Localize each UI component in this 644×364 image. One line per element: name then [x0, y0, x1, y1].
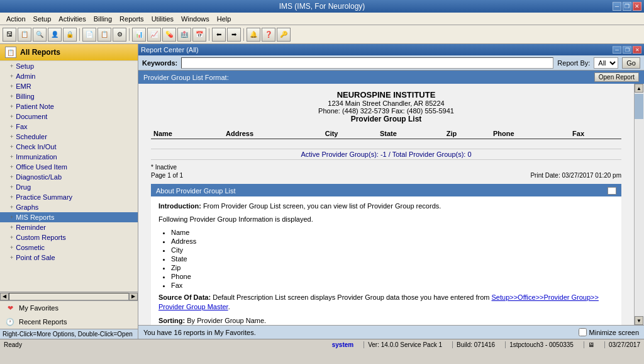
org-address: 1234 Main Street Chandler, AR 85224: [151, 100, 621, 107]
expand-icon-check-in-out: +: [10, 144, 13, 150]
toolbar-btn-12[interactable]: 🏥: [177, 28, 191, 42]
minimize-screen-control[interactable]: Minimize screen: [579, 328, 639, 336]
status-server: 1stpctouch3 - 0050335: [505, 341, 574, 348]
inner-minimize-btn[interactable]: ─: [613, 46, 621, 54]
h-scroll-track[interactable]: [9, 293, 129, 300]
col-city: City: [323, 128, 377, 139]
toolbar-btn-9[interactable]: 📊: [132, 28, 146, 42]
tree-item-diagnostic-lab[interactable]: + Diagnostic/Lab: [0, 172, 138, 182]
tree-item-billing[interactable]: + Billing: [0, 91, 138, 101]
expand-icon-practice-summary: +: [10, 194, 13, 200]
h-scroll[interactable]: ◀ ▶: [0, 292, 138, 300]
report-by-select[interactable]: All: [594, 57, 618, 69]
sorting-text: By Provider Group Name.: [187, 317, 266, 324]
scroll-thumb[interactable]: [635, 94, 643, 119]
menu-utilities[interactable]: Utilities: [148, 14, 177, 23]
menu-billing[interactable]: Billing: [90, 14, 116, 23]
scroll-down-btn[interactable]: ▼: [635, 316, 643, 325]
status-icon: 🖥: [584, 341, 594, 348]
menu-action[interactable]: Action: [3, 14, 30, 23]
toolbar-btn-3[interactable]: 🔍: [33, 28, 47, 42]
tree-item-office-used-item[interactable]: + Office Used Item: [0, 162, 138, 172]
list-title: Provider Group List: [151, 115, 621, 123]
close-btn[interactable]: ✕: [633, 2, 641, 11]
tree-label-diagnostic-lab: Diagnostic/Lab: [16, 173, 62, 181]
tree-item-immunization[interactable]: + Immunization: [0, 152, 138, 162]
tree-item-setup[interactable]: + Setup: [0, 61, 138, 71]
tree-item-scheduler[interactable]: + Scheduler: [0, 132, 138, 142]
page-info: Page 1 of 1 Print Date: 03/27/2017 01:20…: [151, 172, 621, 179]
tree-item-practice-summary[interactable]: + Practice Summary: [0, 192, 138, 202]
toolbar-btn-10[interactable]: 📈: [147, 28, 161, 42]
recent-reports-section[interactable]: 🕐 Recent Reports: [0, 315, 138, 329]
status-right: system Ver: 14.0.0 Service Pack 1 Build:…: [332, 341, 640, 348]
tree-item-drug[interactable]: + Drug: [0, 182, 138, 192]
toolbar-btn-15[interactable]: ➡: [227, 28, 241, 42]
expand-icon-graphs: +: [10, 204, 13, 210]
menu-activities[interactable]: Activities: [55, 14, 89, 23]
toolbar-btn-1[interactable]: 🖫: [3, 28, 16, 42]
sorting-bold: Sorting:: [158, 317, 185, 324]
menu-setup[interactable]: Setup: [30, 14, 55, 23]
tree-item-fax[interactable]: + Fax: [0, 122, 138, 132]
field-state: State: [171, 255, 614, 263]
tree-item-mis-reports[interactable]: + MIS Reports: [0, 212, 138, 222]
tree-item-graphs[interactable]: + Graphs: [0, 202, 138, 212]
about-collapse-btn[interactable]: ▲: [608, 187, 616, 195]
my-favorites-section[interactable]: ❤ My Favorites: [0, 301, 138, 315]
active-summary: Active Provider Group(s): -1 / Total Pro…: [151, 149, 621, 160]
toolbar-btn-11[interactable]: 💊: [162, 28, 176, 42]
restore-btn[interactable]: ❐: [623, 2, 631, 11]
scroll-left-btn[interactable]: ◀: [0, 293, 9, 300]
expand-icon-drug: +: [10, 184, 13, 190]
menu-help[interactable]: Help: [213, 14, 235, 23]
tree-item-admin[interactable]: + Admin: [0, 71, 138, 81]
menu-windows[interactable]: Windows: [177, 14, 213, 23]
tree-item-cosmetic[interactable]: + Cosmetic: [0, 242, 138, 253]
inner-close-btn[interactable]: ✕: [633, 46, 641, 54]
v-scrollbar[interactable]: ▲ ▼: [634, 84, 644, 325]
minimize-label: Minimize screen: [589, 329, 639, 336]
field-fax: Fax: [171, 282, 614, 289]
all-reports-label: All Reports: [20, 48, 60, 57]
expand-icon-immunization: +: [10, 154, 13, 160]
minimize-btn[interactable]: ─: [613, 2, 621, 11]
minimize-checkbox[interactable]: [579, 328, 587, 336]
toolbar-btn-5[interactable]: 🔒: [63, 28, 77, 42]
toolbar-btn-17[interactable]: ❓: [262, 28, 275, 42]
tree-item-reminder[interactable]: + Reminder: [0, 222, 138, 232]
menu-reports[interactable]: Reports: [116, 14, 148, 23]
toolbar-btn-6[interactable]: 📄: [82, 28, 96, 42]
col-name: Name: [151, 128, 223, 139]
all-reports-header[interactable]: 📋 All Reports: [0, 44, 138, 61]
go-button[interactable]: Go: [622, 57, 640, 69]
tree-label-immunization: Immunization: [16, 153, 57, 161]
field-city: City: [171, 246, 614, 254]
open-report-button[interactable]: Open Report: [594, 72, 639, 82]
toolbar-btn-7[interactable]: 📋: [97, 28, 111, 42]
tree-item-check-in-out[interactable]: + Check In/Out: [0, 142, 138, 152]
scroll-right-btn[interactable]: ▶: [129, 293, 138, 300]
tree-item-point-of-sale[interactable]: + Point of Sale: [0, 253, 138, 263]
toolbar-btn-8[interactable]: ⚙: [113, 28, 126, 42]
toolbar-btn-18[interactable]: 🔑: [277, 28, 291, 42]
tree-item-document[interactable]: + Document: [0, 111, 138, 122]
favorites-count-message: You have 16 reports in My Favorites.: [143, 329, 256, 336]
toolbar-sep-2: [129, 28, 130, 41]
inner-restore-btn[interactable]: ❐: [623, 46, 631, 54]
tree-item-patient-note[interactable]: + Patient Note: [0, 101, 138, 111]
tree-item-emr[interactable]: + EMR: [0, 81, 138, 91]
tree-item-custom-reports[interactable]: + Custom Reports: [0, 232, 138, 242]
expand-icon-patient-note: +: [10, 103, 13, 110]
toolbar-btn-2[interactable]: 📋: [18, 28, 31, 42]
expand-icon-emr: +: [10, 83, 13, 89]
keywords-input[interactable]: [181, 57, 553, 69]
tree-label-practice-summary: Practice Summary: [16, 193, 72, 201]
toolbar-btn-4[interactable]: 👤: [48, 28, 62, 42]
expand-icon-custom-reports: +: [10, 234, 13, 241]
status-version: Ver: 14.0.0 Service Pack 1: [364, 341, 442, 348]
toolbar-btn-16[interactable]: 🔔: [247, 28, 260, 42]
scroll-up-btn[interactable]: ▲: [635, 84, 643, 93]
toolbar-btn-13[interactable]: 📅: [192, 28, 206, 42]
toolbar-btn-14[interactable]: ⬅: [212, 28, 226, 42]
